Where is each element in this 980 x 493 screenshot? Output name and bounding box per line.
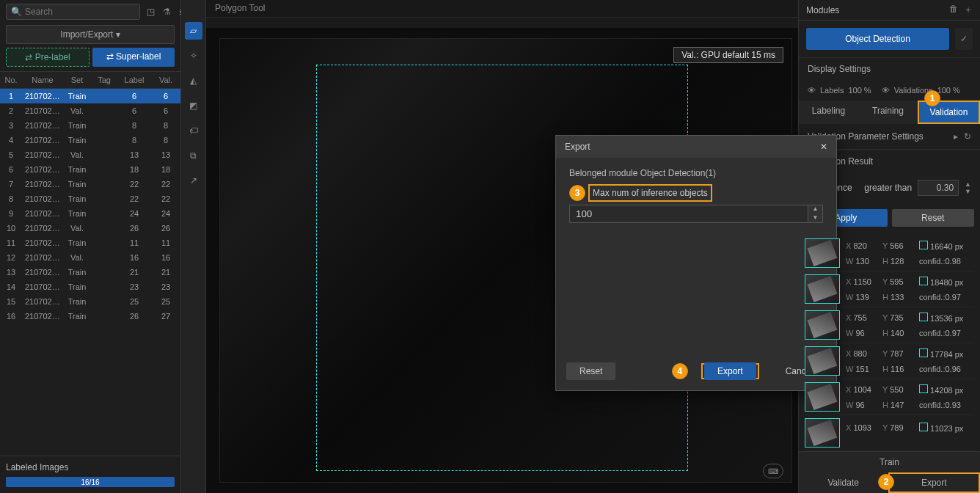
shape-tool-icon[interactable]: ◭ [185,72,202,90]
result-item[interactable]: X 820Y 566 16640 px W 130H 128confid.:0.… [805,235,974,271]
trash-icon[interactable]: 🗑 [949,4,958,16]
arrow-tool-icon[interactable]: ↗ [185,172,202,189]
maxnum-label: Max num of inference objects [588,184,712,202]
table-row[interactable]: 7210702-...Train2222 [0,177,180,191]
table-row[interactable]: 6210702-...Train1818 [0,162,180,177]
callout-1: 1 [924,90,940,106]
result-thumb [805,274,840,304]
result-thumb [805,418,840,448]
marquee-tool-icon[interactable]: ⧉ [185,147,202,164]
table-row[interactable]: 15210702-...Train2525 [0,294,180,309]
label-icon[interactable]: ◳ [145,6,156,18]
callout-2: 2 [878,474,894,490]
plus-icon[interactable]: ＋ [964,4,973,16]
mask-tool-icon[interactable]: ◩ [185,97,202,114]
display-settings-label: Display Settings [799,57,980,80]
table-row[interactable]: 9210702-...Train2424 [0,206,180,221]
validate-button[interactable]: Validate [799,472,888,493]
result-item[interactable]: X 880Y 787 17784 px W 151H 116confid.:0.… [805,343,974,379]
tab-training[interactable]: Training [858,101,918,124]
tab-labeling[interactable]: Labeling [799,101,858,124]
modal-title: Export [565,142,590,152]
keyboard-icon[interactable]: ⌨ [763,464,783,478]
canvas-panel: Polygon Tool Val.: GPU default 15 ms ⌨ E… [206,0,798,493]
chevron-right-icon[interactable]: ▸ [954,131,958,142]
search-icon: 🔍 [11,7,22,17]
eye-icon[interactable]: 👁 [808,86,816,95]
result-thumb [805,382,840,412]
right-panel: Modules 🗑 ＋ Object Detection ✓ Display S… [798,0,980,493]
export-modal: Export ✕ Belonged module Object Detectio… [555,135,837,391]
result-thumb [805,346,840,376]
modal-reset-button[interactable]: Reset [566,362,615,380]
conf-spin-icon[interactable]: ▲▼ [965,180,971,195]
modules-title: Modules [806,5,839,15]
table-row[interactable]: 16210702-...Train2627 [0,309,180,324]
export-button[interactable]: Export [888,472,981,493]
labeled-progress: 16/16 [6,477,175,487]
labeled-images-label: Labeled Images [6,462,175,472]
object-detection-button[interactable]: Object Detection [806,28,949,50]
table-row[interactable]: 1210702-...Train66 [0,89,180,103]
table-row[interactable]: 12210702-...Val.1616 [0,250,180,265]
table-row[interactable]: 4210702-...Train88 [0,133,180,147]
greater-than-label: greater than [864,183,912,193]
train-button[interactable]: Train [799,452,980,472]
spin-buttons[interactable]: ▲▼ [808,205,822,222]
table-row[interactable]: 13210702-...Train2121 [0,265,180,280]
wand-tool-icon[interactable]: ✧ [185,47,202,65]
superlabel-button[interactable]: ⇄ Super-label [92,48,175,67]
left-panel: 🔍 ◳ ⚗ ≣ ⚙ Import/Export ▾ ⇄ Pre-label ⇄ … [0,0,181,493]
table-row[interactable]: 10210702-...Val.2626 [0,221,180,235]
history-icon[interactable]: ↻ [964,131,971,142]
result-thumb [805,310,840,340]
tool-strip: ▱ ✧ ◭ ◩ 🏷 ⧉ ↗ [181,0,206,493]
filter-icon[interactable]: ⚗ [161,6,172,18]
import-export-button[interactable]: Import/Export ▾ [6,25,175,44]
search-input[interactable]: 🔍 [6,4,140,20]
result-item[interactable]: X 1093Y 789 11023 px [805,415,974,451]
reset-button[interactable]: Reset [892,209,975,227]
ruler [206,18,798,28]
table-row[interactable]: 2210702-...Val.66 [0,103,180,118]
result-item[interactable]: X 1004Y 550 14208 px W 96H 147confid.:0.… [805,379,974,415]
result-thumb [805,238,840,268]
result-item[interactable]: X 1150Y 595 18480 px W 139H 133confid.:0… [805,271,974,307]
close-icon[interactable]: ✕ [820,142,827,152]
modal-module-label: Belonged module Object Detection(1) [569,168,823,178]
validation-badge: Val.: GPU default 15 ms [673,47,783,63]
table-row[interactable]: 11210702-...Train1111 [0,235,180,250]
table-row[interactable]: 8210702-...Train2222 [0,191,180,206]
callout-3: 3 [569,185,585,201]
prelabel-button[interactable]: ⇄ Pre-label [6,48,89,67]
maxnum-input[interactable] [570,205,808,222]
module-check-icon[interactable]: ✓ [955,28,973,50]
eye-icon[interactable]: 👁 [882,86,890,95]
callout-4: 4 [672,363,688,379]
polygon-tool-icon[interactable]: ▱ [185,22,202,40]
canvas-title: Polygon Tool [206,0,798,18]
table-row[interactable]: 14210702-...Train2323 [0,280,180,294]
result-item[interactable]: X 755Y 735 13536 px W 96H 140confid.:0.9… [805,307,974,343]
table-row[interactable]: 5210702-...Val.1313 [0,147,180,162]
modal-export-button[interactable]: Export [704,362,756,380]
table-row[interactable]: 3210702-...Train88 [0,118,180,133]
tag-tool-icon[interactable]: 🏷 [185,122,202,139]
table-header: No. Name Set Tag Label Val. [0,71,180,89]
confidence-value[interactable]: 0.30 [918,180,959,196]
